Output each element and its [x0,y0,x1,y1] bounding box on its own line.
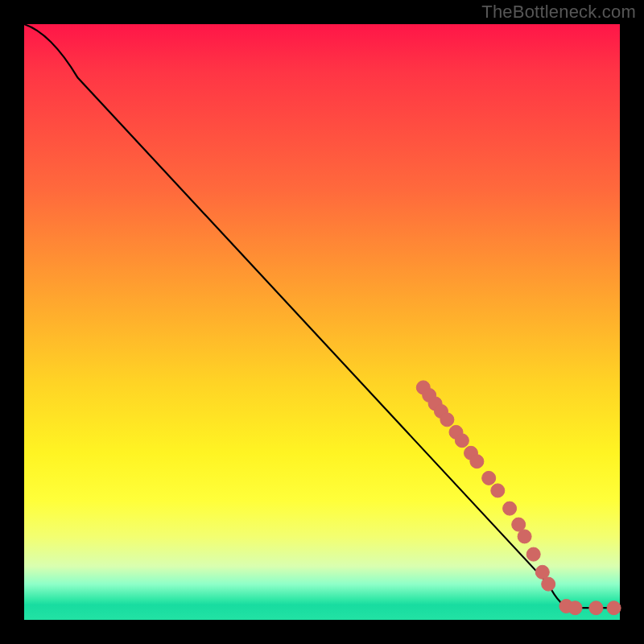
data-point [482,471,496,485]
data-point [491,484,505,497]
data-point [470,455,484,469]
data-point [503,502,517,515]
data-point [568,601,582,615]
data-point [589,601,603,615]
data-point [440,413,454,427]
bottleneck-curve [24,24,620,608]
data-point [542,577,555,591]
data-point [518,530,531,543]
data-point [526,547,540,561]
chart-frame: TheBottleneck.com [0,0,644,644]
chart-svg [24,24,620,620]
data-point [607,601,621,615]
highlighted-points-group [416,381,621,615]
attribution-text: TheBottleneck.com [481,2,636,23]
plot-area [24,24,620,620]
data-point [455,434,469,448]
